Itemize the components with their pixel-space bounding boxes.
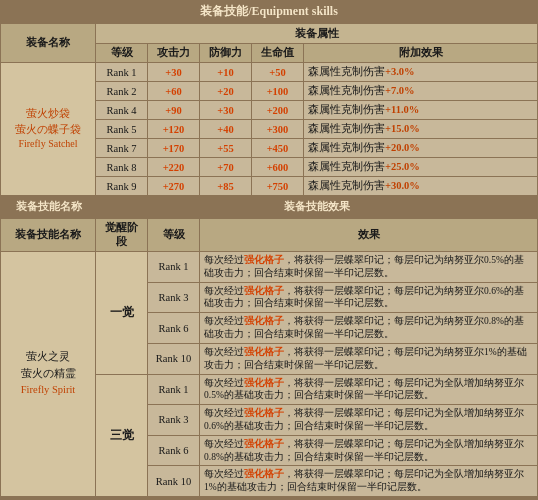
skill-effect-cell: 每次经过强化格子，将获得一层蝶翠印记；每层印记为全队增加纳努亚尔0.6%的基础攻… bbox=[200, 405, 538, 436]
rank-cell: Rank 8 bbox=[96, 158, 148, 177]
effect-cell: 森属性克制伤害+15.0% bbox=[304, 120, 538, 139]
atk-cell: +270 bbox=[148, 177, 200, 196]
rank-col-header: 等级 bbox=[96, 44, 148, 63]
def-cell: +10 bbox=[200, 63, 252, 82]
skill-equip-name-col: 装备技能名称 bbox=[1, 219, 96, 252]
skill-name-cell: 萤火之灵萤火の精霊Firefly Spirit bbox=[1, 252, 96, 497]
skill-effect-cell: 每次经过强化格子，将获得一层蝶翠印记；每层印记为纳努亚尔0.8%的基础攻击力；回… bbox=[200, 313, 538, 344]
skill-effect-cell: 每次经过强化格子，将获得一层蝶翠印记；每层印记为全队增加纳努亚尔0.8%的基础攻… bbox=[200, 435, 538, 466]
hp-cell: +200 bbox=[252, 101, 304, 120]
skill-rank-cell: Rank 3 bbox=[148, 405, 200, 436]
effect-cell: 森属性克制伤害+11.0% bbox=[304, 101, 538, 120]
skill-name-header: 装备技能名称 bbox=[1, 196, 96, 217]
skill-rank-cell: Rank 6 bbox=[148, 313, 200, 344]
rank-cell: Rank 7 bbox=[96, 139, 148, 158]
rank-cell: Rank 9 bbox=[96, 177, 148, 196]
skill-effect-cell: 每次经过强化格子，将获得一层蝶翠印记；每层印记为纳努亚尔0.5%的基础攻击力；回… bbox=[200, 252, 538, 283]
def-cell: +55 bbox=[200, 139, 252, 158]
equip-cn2: 萤火の蝶子袋 bbox=[15, 123, 81, 135]
skill-rank-cell: Rank 3 bbox=[148, 282, 200, 313]
skill-table: 装备技能名称 觉醒阶段 等级 效果 萤火之灵萤火の精霊Firefly Spiri… bbox=[0, 218, 538, 497]
rank-cell: Rank 1 bbox=[96, 63, 148, 82]
skill-effect-cell: 每次经过强化格子，将获得一层蝶翠印记；每层印记为全队增加纳努亚尔0.5%的基础攻… bbox=[200, 374, 538, 405]
hp-cell: +100 bbox=[252, 82, 304, 101]
hp-cell: +450 bbox=[252, 139, 304, 158]
skill-cn2: 萤火の精霊 bbox=[21, 368, 76, 379]
rank-cell: Rank 2 bbox=[96, 82, 148, 101]
def-cell: +40 bbox=[200, 120, 252, 139]
skill-rank-cell: Rank 6 bbox=[148, 435, 200, 466]
skill-rank-cell: Rank 1 bbox=[148, 374, 200, 405]
skill-rank-cell: Rank 10 bbox=[148, 343, 200, 374]
skill-effect-cell: 每次经过强化格子，将获得一层蝶翠印记；每层印记为纳努亚尔1%的基础攻击力；回合结… bbox=[200, 343, 538, 374]
skill-rank-cell: Rank 10 bbox=[148, 466, 200, 497]
skill-en: Firefly Spirit bbox=[21, 384, 76, 395]
skill-rank-cell: Rank 1 bbox=[148, 252, 200, 283]
effect-cell: 森属性克制伤害+7.0% bbox=[304, 82, 538, 101]
equip-name-cell: 萤火炒袋萤火の蝶子袋Firefly Satchel bbox=[1, 63, 96, 196]
skill-cn1: 萤火之灵 bbox=[26, 351, 70, 362]
atk-cell: +220 bbox=[148, 158, 200, 177]
def-cell: +20 bbox=[200, 82, 252, 101]
effect-cell: 森属性克制伤害+30.0% bbox=[304, 177, 538, 196]
def-col-header: 防御力 bbox=[200, 44, 252, 63]
effect-cell: 森属性克制伤害+20.0% bbox=[304, 139, 538, 158]
awakening-cell: 三觉 bbox=[96, 374, 148, 497]
hp-cell: +300 bbox=[252, 120, 304, 139]
equip-attributes-header: 装备属性 bbox=[96, 24, 538, 44]
hp-cell: +600 bbox=[252, 158, 304, 177]
atk-cell: +30 bbox=[148, 63, 200, 82]
atk-cell: +120 bbox=[148, 120, 200, 139]
hp-cell: +750 bbox=[252, 177, 304, 196]
equip-en: Firefly Satchel bbox=[18, 138, 77, 149]
rank-cell: Rank 5 bbox=[96, 120, 148, 139]
main-container: 装备技能/Equipment skills 装备名称 装备属性 等级 攻击力 防… bbox=[0, 0, 538, 500]
hp-cell: +50 bbox=[252, 63, 304, 82]
skill-effect-col: 效果 bbox=[200, 219, 538, 252]
atk-cell: +170 bbox=[148, 139, 200, 158]
def-cell: +30 bbox=[200, 101, 252, 120]
def-cell: +70 bbox=[200, 158, 252, 177]
equip-cn1: 萤火炒袋 bbox=[26, 107, 70, 119]
equipment-skills-header: 装备技能/Equipment skills bbox=[0, 0, 538, 23]
atk-col-header: 攻击力 bbox=[148, 44, 200, 63]
skill-awakening-col: 觉醒阶段 bbox=[96, 219, 148, 252]
def-cell: +85 bbox=[200, 177, 252, 196]
skill-rank-col: 等级 bbox=[148, 219, 200, 252]
equipment-table: 装备名称 装备属性 等级 攻击力 防御力 生命值 附加效果 萤火炒袋萤火の蝶子袋… bbox=[0, 23, 538, 196]
skill-effect-cell: 每次经过强化格子，将获得一层蝶翠印记；每层印记为纳努亚尔0.6%的基础攻击力；回… bbox=[200, 282, 538, 313]
effect-cell: 森属性克制伤害+3.0% bbox=[304, 63, 538, 82]
effect-cell: 森属性克制伤害+25.0% bbox=[304, 158, 538, 177]
hp-col-header: 生命值 bbox=[252, 44, 304, 63]
rank-cell: Rank 4 bbox=[96, 101, 148, 120]
atk-cell: +90 bbox=[148, 101, 200, 120]
skill-effect-header: 装备技能效果 bbox=[96, 196, 537, 217]
awakening-cell: 一觉 bbox=[96, 252, 148, 375]
skill-effect-cell: 每次经过强化格子，将获得一层蝶翠印记；每层印记为全队增加纳努亚尔1%的基础攻击力… bbox=[200, 466, 538, 497]
effect-col-header: 附加效果 bbox=[304, 44, 538, 63]
atk-cell: +60 bbox=[148, 82, 200, 101]
equip-name-col-header: 装备名称 bbox=[1, 24, 96, 63]
